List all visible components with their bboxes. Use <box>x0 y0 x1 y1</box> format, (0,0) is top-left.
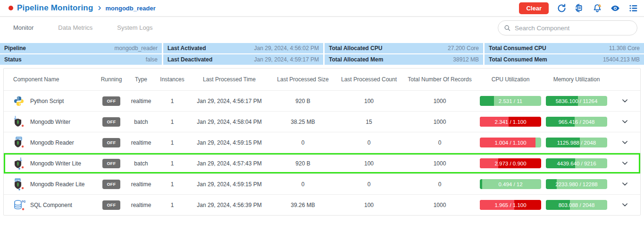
component-type: realtime <box>126 181 156 188</box>
summary-cell-last-deactivated: Last Deactivated Jan 29, 2024, 4:59:17 P… <box>163 54 323 65</box>
refresh-icon[interactable] <box>556 3 567 13</box>
summary-label: Last Deactivated <box>167 56 212 63</box>
mongodb-writer-icon <box>13 116 25 128</box>
last-processed-count: 100 <box>336 98 402 104</box>
summary-cell-status: Status false <box>0 54 162 65</box>
component-name: Python Script <box>30 98 64 104</box>
summary-value: Jan 29, 2024, 4:56:02 PM <box>254 45 319 52</box>
last-processed-size: 0 <box>270 139 336 146</box>
component-name: Mongodb Writer <box>30 119 70 125</box>
last-processed-count: 100 <box>336 202 402 208</box>
expand-row-chevron-icon[interactable] <box>619 178 632 191</box>
svg-text:SQL: SQL <box>22 199 25 202</box>
tab-monitor[interactable]: Monitor <box>1 17 46 39</box>
summary-value: false <box>146 56 158 63</box>
last-processed-time: Jan 29, 2024, 4:57:43 PM <box>189 160 270 167</box>
component-name: Mongodb Reader Lite <box>30 181 84 188</box>
sql-icon: SQL <box>13 199 25 211</box>
component-type: realtime <box>126 139 156 146</box>
column-header-cpu-utilization: CPU Utilization <box>477 76 544 83</box>
cpu-utilization-bar: 2.341 / 1.100 <box>480 117 541 127</box>
memory-utilization-bar: 965.416 / 2048 <box>546 117 607 127</box>
last-processed-time: Jan 29, 2024, 4:56:17 PM <box>189 98 270 104</box>
last-processed-count: 15 <box>336 119 402 125</box>
component-type: batch <box>126 160 156 167</box>
summary-cell-total-consumed-cpu: Total Consumed CPU 11.308 Core <box>485 43 644 53</box>
component-name: SQL Component <box>30 202 72 208</box>
summary-label: Total Allocated Mem <box>329 56 383 63</box>
cpu-utilization-bar: 1.965 / 1.100 <box>480 200 541 210</box>
running-status-badge: OFF <box>102 159 120 168</box>
list-view-icon[interactable] <box>628 3 638 13</box>
summary-value: 15404.213 MB <box>603 56 640 63</box>
running-status-badge: OFF <box>102 200 120 210</box>
column-header-instances: Instances <box>156 76 189 83</box>
component-row-mongodb-reader-lite: Mongodb Reader Lite OFF realtime 1 Jan 2… <box>4 173 640 194</box>
column-header-type: Type <box>126 76 156 83</box>
summary-value: 38912 MB <box>453 56 479 63</box>
pipeline-summary: Pipeline mongodb_reader Last Activated J… <box>0 43 644 65</box>
history-icon[interactable] <box>574 3 585 13</box>
chevron-right-icon <box>97 5 102 11</box>
table-header: Component NameRunningTypeInstancesLast P… <box>4 69 640 90</box>
last-processed-time: Jan 29, 2024, 4:59:15 PM <box>189 139 270 146</box>
instances-count: 1 <box>156 139 189 146</box>
component-name: Mongodb Writer Lite <box>30 160 81 167</box>
search-input[interactable] <box>515 25 631 32</box>
notifications-icon[interactable] <box>592 3 602 13</box>
summary-label: Total Consumed CPU <box>489 45 546 52</box>
last-processed-count: 0 <box>336 139 402 146</box>
last-processed-size: 38.25 MB <box>270 119 336 125</box>
summary-label: Pipeline <box>4 45 26 52</box>
tab-system-logs[interactable]: System Logs <box>105 17 165 39</box>
expand-row-chevron-icon[interactable] <box>619 115 632 129</box>
summary-cell-total-consumed-mem: Total Consumed Mem 15404.213 MB <box>485 54 644 65</box>
last-processed-size: 920 B <box>270 98 336 104</box>
instances-count: 1 <box>156 181 189 188</box>
memory-utilization-bar: 1125.988 / 2048 <box>546 138 607 147</box>
cpu-utilization-bar: 2.531 / 11 <box>480 96 541 106</box>
mongodb-reader-lite-icon <box>13 178 25 190</box>
column-header-component-name: Component Name <box>4 76 96 83</box>
clear-button[interactable]: Clear <box>519 2 549 14</box>
expand-row-chevron-icon[interactable] <box>619 157 632 170</box>
summary-cell-total-allocated-cpu: Total Allocated CPU 27.200 Core <box>325 43 483 53</box>
python-icon <box>13 95 25 107</box>
tab-data-metrics[interactable]: Data Metrics <box>46 17 105 39</box>
mongodb-reader-icon <box>13 137 25 149</box>
last-processed-count: 100 <box>336 160 402 167</box>
running-status-badge: OFF <box>102 138 120 147</box>
column-header-running: Running <box>96 76 126 83</box>
cpu-utilization-bar: 2.973 / 0.900 <box>480 158 541 168</box>
column-header-total-number-of-records: Total Number Of Records <box>402 76 477 83</box>
last-processed-size: 0 <box>270 181 336 188</box>
recording-dot-icon <box>8 6 13 10</box>
total-records: 0 <box>402 181 477 188</box>
summary-cell-last-activated: Last Activated Jan 29, 2024, 4:56:02 PM <box>163 43 323 53</box>
expand-row-chevron-icon[interactable] <box>619 199 632 212</box>
last-processed-count: 0 <box>336 181 402 188</box>
page-title[interactable]: Pipeline Monitoring <box>17 3 93 13</box>
memory-utilization-bar: 5836.100 / 11264 <box>546 96 607 106</box>
total-records: 1000 <box>402 202 477 208</box>
search-box[interactable] <box>498 20 637 35</box>
last-processed-size: 39.26 MB <box>270 202 336 208</box>
visibility-icon[interactable] <box>610 3 620 13</box>
last-processed-time: Jan 29, 2024, 4:58:04 PM <box>189 119 270 125</box>
instances-count: 1 <box>156 160 189 167</box>
summary-value: Jan 29, 2024, 4:59:17 PM <box>254 56 319 63</box>
column-header-memory-utilization: Memory Utilization <box>544 76 610 83</box>
memory-utilization-bar: 2233.980 / 12288 <box>546 179 607 189</box>
total-records: 1000 <box>402 160 477 167</box>
summary-value: 11.308 Core <box>609 45 640 52</box>
expand-row-chevron-icon[interactable] <box>619 95 632 108</box>
last-processed-time: Jan 29, 2024, 4:56:39 PM <box>189 202 270 208</box>
breadcrumb: mongodb_reader <box>106 5 156 12</box>
component-type: realtime <box>126 202 156 208</box>
total-records: 1000 <box>402 98 477 104</box>
cpu-utilization-bar: 1.004 / 1.100 <box>480 138 541 147</box>
total-records: 0 <box>402 139 477 146</box>
component-row-mongodb-writer: Mongodb Writer OFF batch 1 Jan 29, 2024,… <box>4 111 640 132</box>
expand-row-chevron-icon[interactable] <box>619 136 632 149</box>
top-bar: Pipeline Monitoring mongodb_reader Clear <box>0 0 644 17</box>
